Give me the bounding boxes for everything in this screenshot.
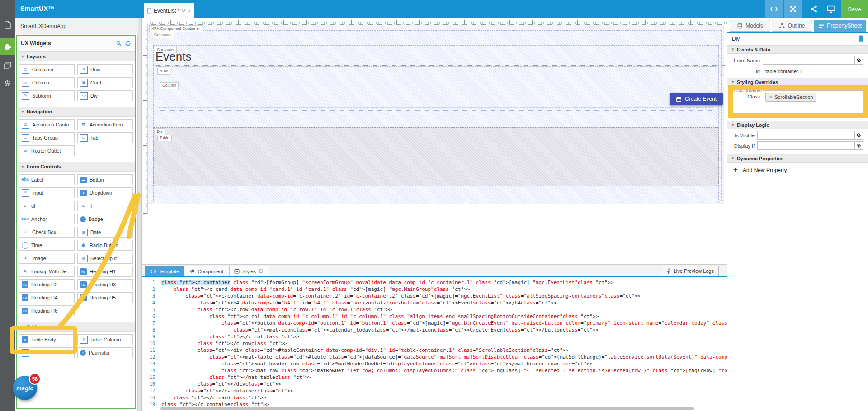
widget-item-tab[interactable]: ▭Tab	[77, 132, 133, 143]
refresh-icon[interactable]	[259, 269, 264, 274]
copy-pages-icon[interactable]	[2, 60, 13, 71]
widget-item-table-body[interactable]: ≡Table Body	[19, 334, 75, 345]
panel-divider[interactable]	[138, 18, 142, 411]
widget-item-input[interactable]: ≡Input	[19, 187, 75, 198]
share-icon[interactable]	[806, 0, 822, 18]
code-line-6[interactable]: 6 class="ct"><c-col data-comp-id="c-colu…	[142, 313, 727, 320]
display-if-input[interactable]	[757, 141, 854, 150]
id-input[interactable]: table-container.1	[763, 67, 863, 75]
widget-item-lookup[interactable]: ✎Lookup With De...	[19, 266, 75, 277]
table-region[interactable]	[156, 134, 716, 184]
code-line-4[interactable]: 4 class="ct"><h4 data-comp-id="h4.1" id=…	[142, 299, 727, 306]
widget-item-heading-h1[interactable]: H1Heading H1	[77, 266, 133, 277]
code-area[interactable]: 1class="ct"><c-container class="cd">[for…	[142, 278, 727, 408]
code-line-13[interactable]: 13 class="ct"><mat-header-row class="cd"…	[142, 360, 727, 367]
code-line-15[interactable]: 15 class="ct"></mat-tableclass="ct">>	[142, 374, 727, 381]
code-line-14[interactable]: 14 class="ct"><mat-row class="cd">*matRo…	[142, 367, 727, 374]
expand-arrows-icon[interactable]	[784, 0, 802, 18]
section-header-form-controls[interactable]: ▼Form Controls	[18, 162, 135, 172]
tab-styles[interactable]: Styles	[229, 266, 269, 276]
code-line-18[interactable]: 18 class="ct"></c-cardclass="ct">>	[142, 394, 727, 401]
class-input-box[interactable]: ✕ ScrollableSection	[763, 90, 863, 116]
magic-assistant-widget[interactable]: magic 58	[13, 374, 39, 400]
widget-item-select-input[interactable]: ▤Select Input	[77, 253, 133, 264]
widgets-puzzle-icon[interactable]	[0, 38, 15, 55]
code-line-7[interactable]: 7 class="ct"><button data-comp-id="butto…	[142, 320, 727, 327]
widget-item-checkbox[interactable]: ✓Check Box	[19, 227, 75, 238]
widget-item-table-widget[interactable]	[19, 347, 75, 358]
display-if-gear-button[interactable]	[854, 141, 863, 150]
code-line-16[interactable]: 16 class="ct"></divclass="ct">>	[142, 381, 727, 388]
widget-item-radio-button[interactable]: ◉Radio Button	[77, 240, 133, 251]
widget-item-container[interactable]: ▢Container	[19, 64, 75, 75]
widget-item-anchor[interactable]: <a>Anchor	[19, 214, 75, 224]
save-button[interactable]: Save	[841, 0, 868, 18]
tab-outline[interactable]: Outline	[772, 20, 812, 32]
search-icon[interactable]	[116, 40, 122, 47]
widget-item-time[interactable]: ·Time	[19, 240, 75, 251]
section-styling-overrides[interactable]: ▼Styling Overrides	[727, 78, 868, 86]
widget-item-router-outlet[interactable]: ∞Router Outlet	[19, 145, 75, 156]
widget-item-image[interactable]: ▲Image	[19, 253, 75, 264]
bottom-strip-region[interactable]	[153, 188, 719, 202]
app-name-row[interactable]: SmartUXDemoApp	[15, 18, 138, 34]
code-line-17[interactable]: 17 class="ct"></c-containerclass="ct">>	[142, 388, 727, 394]
tab-refresh-icon[interactable]: ⟳	[182, 8, 186, 14]
widget-item-ul[interactable]: ≡ul	[19, 201, 75, 211]
is-visible-gear-button[interactable]	[854, 131, 863, 140]
code-view-icon[interactable]	[765, 0, 783, 18]
widget-item-subform[interactable]: ✎Subform	[19, 90, 75, 101]
code-line-9[interactable]: 9 class="ct"></c-colclass="ct">>	[142, 333, 727, 340]
code-line-5[interactable]: 5 class="ct"><c-row data-comp-id="c-row.…	[142, 306, 727, 313]
refresh-icon[interactable]	[125, 40, 131, 47]
widget-item-tabs-group[interactable]: ▭Tabs Group	[19, 132, 75, 143]
tab-eventlist[interactable]: EventList * ⟳ ×	[144, 3, 194, 18]
tab-close-icon[interactable]: ×	[188, 8, 190, 14]
section-header-navigation[interactable]: ▼Navigation	[18, 107, 135, 117]
code-line-11[interactable]: 11 class="ct"><div class="cd">#tableCont…	[142, 347, 727, 354]
add-new-property-button[interactable]: ＋ Add New Property	[732, 165, 787, 175]
tab-component[interactable]: Component	[185, 266, 228, 276]
column-region[interactable]	[159, 81, 713, 108]
is-visible-input[interactable]	[757, 131, 854, 140]
widget-item-heading-h4[interactable]: H4Heading H4	[19, 292, 75, 303]
horizontal-scrollbar[interactable]	[160, 407, 694, 410]
widget-item-div[interactable]: <>Div	[77, 90, 133, 101]
code-line-12[interactable]: 12 class="ct"><mat-table class="cd">#tab…	[142, 354, 727, 360]
delete-trash-icon[interactable]	[858, 35, 864, 42]
section-dynamic-properties[interactable]: ▼Dynamic Properties	[727, 154, 868, 163]
live-preview-logs-button[interactable]: Live Preview Logs	[662, 266, 719, 276]
tab-propertysheet[interactable]: PropertySheet	[814, 20, 866, 32]
widget-item-button[interactable]: ▬Button	[77, 174, 133, 185]
section-header-table[interactable]: ▼Table	[18, 322, 135, 332]
code-line-3[interactable]: 3 class="ct"><c-container data-comp-id="…	[142, 293, 727, 299]
widget-item-badge[interactable]: Badge	[77, 214, 133, 224]
chip-remove-icon[interactable]: ✕	[769, 95, 773, 100]
code-line-1[interactable]: 1class="ct"><c-container class="cd">[for…	[142, 279, 727, 286]
document-icon[interactable]	[2, 19, 13, 30]
tab-template[interactable]: Template	[145, 266, 184, 276]
widget-item-label[interactable]: abcLabel	[19, 174, 75, 185]
widget-item-heading-h2[interactable]: H2Heading H2	[19, 279, 75, 290]
form-name-input[interactable]	[763, 56, 854, 65]
tab-models[interactable]: Models	[730, 20, 770, 32]
widget-item-column[interactable]: |||Column	[19, 77, 75, 88]
form-name-gear-button[interactable]	[854, 56, 863, 65]
widget-item-table-column[interactable]: ▯Table Column	[77, 334, 133, 345]
create-event-button[interactable]: Create Event	[670, 93, 723, 105]
widget-item-paginator[interactable]: ›Paginator	[77, 347, 133, 358]
code-line-10[interactable]: 10 class="ct"></c-rowclass="ct">>	[142, 340, 727, 347]
code-line-2[interactable]: 2 class="ct"><c-card data-comp-id="card.…	[142, 286, 727, 293]
section-header-layouts[interactable]: ▼Layouts	[18, 51, 135, 61]
settings-gear-icon[interactable]	[2, 78, 13, 89]
section-display-logic[interactable]: ▼Display Logic	[727, 121, 868, 129]
preview-monitor-icon[interactable]	[823, 0, 839, 18]
widget-item-card[interactable]: ▣Card	[77, 77, 133, 88]
widget-item-accordion-item[interactable]: ≣Accordion Item	[77, 119, 133, 130]
widget-item-li[interactable]: ≡li	[77, 201, 133, 211]
widget-item-heading-h5[interactable]: H5Heading H5	[77, 292, 133, 303]
widget-item-dropdown[interactable]: ▾Dropdown	[77, 187, 133, 198]
code-line-8[interactable]: 8 class="ct"><mat-iconclass="ct">>calend…	[142, 327, 727, 333]
widget-item-date[interactable]: ▦Date	[77, 227, 133, 238]
widget-item-accordion-container[interactable]: ≣Accordion Conta...	[19, 119, 75, 130]
